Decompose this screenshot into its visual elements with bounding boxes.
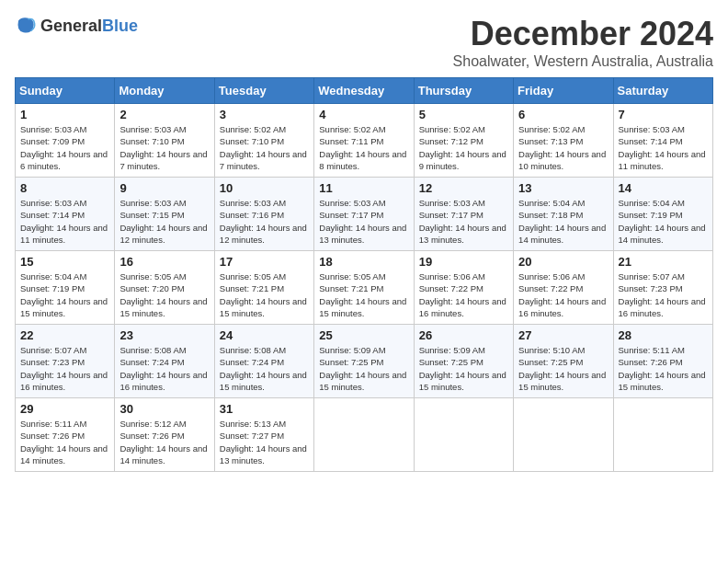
header-thursday: Thursday bbox=[414, 78, 513, 104]
day-number: 14 bbox=[619, 181, 708, 195]
calendar-cell: 2 Sunrise: 5:03 AMSunset: 7:10 PMDayligh… bbox=[115, 104, 214, 178]
day-info: Sunrise: 5:11 AMSunset: 7:26 PMDaylight:… bbox=[619, 344, 708, 393]
calendar-cell: 15 Sunrise: 5:04 AMSunset: 7:19 PMDaylig… bbox=[16, 251, 115, 325]
day-info: Sunrise: 5:05 AMSunset: 7:20 PMDaylight:… bbox=[119, 270, 209, 319]
calendar-cell: 10 Sunrise: 5:03 AMSunset: 7:16 PMDaylig… bbox=[214, 178, 313, 251]
logo-icon bbox=[15, 15, 37, 37]
calendar-cell: 8 Sunrise: 5:03 AMSunset: 7:14 PMDayligh… bbox=[16, 178, 115, 251]
calendar-cell: 21 Sunrise: 5:07 AMSunset: 7:23 PMDaylig… bbox=[613, 251, 712, 325]
calendar-cell: 13 Sunrise: 5:04 AMSunset: 7:18 PMDaylig… bbox=[514, 178, 613, 251]
calendar-cell: 11 Sunrise: 5:03 AMSunset: 7:17 PMDaylig… bbox=[314, 178, 414, 251]
logo-general: General bbox=[40, 17, 102, 35]
day-info: Sunrise: 5:11 AMSunset: 7:26 PMDaylight:… bbox=[20, 418, 109, 466]
title-block: December 2024 Shoalwater, Western Austra… bbox=[453, 15, 713, 70]
day-number: 11 bbox=[319, 181, 408, 195]
day-info: Sunrise: 5:09 AMSunset: 7:25 PMDaylight:… bbox=[419, 344, 508, 393]
day-info: Sunrise: 5:09 AMSunset: 7:25 PMDaylight:… bbox=[319, 344, 408, 393]
day-info: Sunrise: 5:04 AMSunset: 7:19 PMDaylight:… bbox=[20, 270, 109, 319]
day-info: Sunrise: 5:03 AMSunset: 7:17 PMDaylight:… bbox=[319, 197, 408, 246]
calendar-cell: 28 Sunrise: 5:11 AMSunset: 7:26 PMDaylig… bbox=[613, 325, 712, 398]
calendar-cell bbox=[514, 398, 613, 472]
month-title: December 2024 bbox=[453, 15, 713, 53]
calendar-cell: 30 Sunrise: 5:12 AMSunset: 7:26 PMDaylig… bbox=[115, 398, 214, 472]
day-info: Sunrise: 5:08 AMSunset: 7:24 PMDaylight:… bbox=[119, 344, 209, 393]
calendar-cell: 16 Sunrise: 5:05 AMSunset: 7:20 PMDaylig… bbox=[115, 251, 214, 325]
day-number: 28 bbox=[619, 328, 708, 342]
day-info: Sunrise: 5:12 AMSunset: 7:26 PMDaylight:… bbox=[119, 418, 209, 466]
header-saturday: Saturday bbox=[613, 78, 712, 104]
day-info: Sunrise: 5:02 AMSunset: 7:13 PMDaylight:… bbox=[518, 123, 608, 172]
day-info: Sunrise: 5:05 AMSunset: 7:21 PMDaylight:… bbox=[220, 270, 309, 319]
day-number: 19 bbox=[419, 255, 508, 269]
calendar-cell bbox=[613, 398, 712, 472]
day-number: 13 bbox=[518, 181, 608, 195]
day-number: 24 bbox=[220, 328, 309, 342]
header-sunday: Sunday bbox=[16, 78, 115, 104]
day-number: 15 bbox=[20, 255, 109, 269]
calendar-week-3: 15 Sunrise: 5:04 AMSunset: 7:19 PMDaylig… bbox=[16, 251, 713, 325]
day-number: 2 bbox=[119, 108, 209, 121]
calendar-cell: 31 Sunrise: 5:13 AMSunset: 7:27 PMDaylig… bbox=[214, 398, 313, 472]
day-info: Sunrise: 5:03 AMSunset: 7:14 PMDaylight:… bbox=[20, 197, 109, 246]
day-info: Sunrise: 5:03 AMSunset: 7:16 PMDaylight:… bbox=[220, 197, 309, 246]
day-info: Sunrise: 5:03 AMSunset: 7:15 PMDaylight:… bbox=[119, 197, 209, 246]
calendar-cell: 17 Sunrise: 5:05 AMSunset: 7:21 PMDaylig… bbox=[214, 251, 313, 325]
day-number: 17 bbox=[220, 255, 309, 269]
calendar-cell: 27 Sunrise: 5:10 AMSunset: 7:25 PMDaylig… bbox=[514, 325, 613, 398]
day-info: Sunrise: 5:06 AMSunset: 7:22 PMDaylight:… bbox=[419, 270, 508, 319]
calendar-cell: 4 Sunrise: 5:02 AMSunset: 7:11 PMDayligh… bbox=[314, 104, 414, 178]
day-info: Sunrise: 5:13 AMSunset: 7:27 PMDaylight:… bbox=[220, 418, 309, 466]
calendar-cell: 12 Sunrise: 5:03 AMSunset: 7:17 PMDaylig… bbox=[414, 178, 513, 251]
header-tuesday: Tuesday bbox=[214, 78, 313, 104]
day-number: 29 bbox=[20, 402, 109, 416]
day-number: 21 bbox=[619, 255, 708, 269]
day-number: 18 bbox=[319, 255, 408, 269]
calendar-cell bbox=[414, 398, 513, 472]
day-info: Sunrise: 5:03 AMSunset: 7:10 PMDaylight:… bbox=[119, 123, 209, 172]
calendar-cell: 19 Sunrise: 5:06 AMSunset: 7:22 PMDaylig… bbox=[414, 251, 513, 325]
calendar-header-row: SundayMondayTuesdayWednesdayThursdayFrid… bbox=[16, 78, 713, 104]
calendar-cell: 24 Sunrise: 5:08 AMSunset: 7:24 PMDaylig… bbox=[214, 325, 313, 398]
day-info: Sunrise: 5:07 AMSunset: 7:23 PMDaylight:… bbox=[20, 344, 109, 393]
calendar-cell: 5 Sunrise: 5:02 AMSunset: 7:12 PMDayligh… bbox=[414, 104, 513, 178]
day-info: Sunrise: 5:02 AMSunset: 7:11 PMDaylight:… bbox=[319, 123, 408, 172]
day-number: 12 bbox=[419, 181, 508, 195]
calendar-cell: 3 Sunrise: 5:02 AMSunset: 7:10 PMDayligh… bbox=[214, 104, 313, 178]
day-number: 10 bbox=[220, 181, 309, 195]
day-number: 27 bbox=[518, 328, 608, 342]
day-info: Sunrise: 5:03 AMSunset: 7:14 PMDaylight:… bbox=[619, 123, 708, 172]
header-wednesday: Wednesday bbox=[314, 78, 414, 104]
calendar-cell: 14 Sunrise: 5:04 AMSunset: 7:19 PMDaylig… bbox=[613, 178, 712, 251]
day-number: 26 bbox=[419, 328, 508, 342]
day-info: Sunrise: 5:07 AMSunset: 7:23 PMDaylight:… bbox=[619, 270, 708, 319]
calendar-cell: 9 Sunrise: 5:03 AMSunset: 7:15 PMDayligh… bbox=[115, 178, 214, 251]
day-info: Sunrise: 5:03 AMSunset: 7:09 PMDaylight:… bbox=[20, 123, 109, 172]
calendar-cell: 18 Sunrise: 5:05 AMSunset: 7:21 PMDaylig… bbox=[314, 251, 414, 325]
day-info: Sunrise: 5:04 AMSunset: 7:18 PMDaylight:… bbox=[518, 197, 608, 246]
day-number: 1 bbox=[20, 108, 109, 121]
calendar-cell: 1 Sunrise: 5:03 AMSunset: 7:09 PMDayligh… bbox=[16, 104, 115, 178]
day-info: Sunrise: 5:02 AMSunset: 7:10 PMDaylight:… bbox=[220, 123, 309, 172]
day-number: 25 bbox=[319, 328, 408, 342]
day-number: 20 bbox=[518, 255, 608, 269]
day-info: Sunrise: 5:05 AMSunset: 7:21 PMDaylight:… bbox=[319, 270, 408, 319]
day-info: Sunrise: 5:08 AMSunset: 7:24 PMDaylight:… bbox=[220, 344, 309, 393]
day-number: 3 bbox=[220, 108, 309, 121]
day-number: 22 bbox=[20, 328, 109, 342]
day-info: Sunrise: 5:02 AMSunset: 7:12 PMDaylight:… bbox=[419, 123, 508, 172]
calendar-cell: 25 Sunrise: 5:09 AMSunset: 7:25 PMDaylig… bbox=[314, 325, 414, 398]
day-number: 31 bbox=[220, 402, 309, 416]
calendar-cell: 20 Sunrise: 5:06 AMSunset: 7:22 PMDaylig… bbox=[514, 251, 613, 325]
calendar-cell: 6 Sunrise: 5:02 AMSunset: 7:13 PMDayligh… bbox=[514, 104, 613, 178]
day-number: 9 bbox=[119, 181, 209, 195]
day-number: 8 bbox=[20, 181, 109, 195]
day-number: 23 bbox=[119, 328, 209, 342]
page-header: GeneralBlue December 2024 Shoalwater, We… bbox=[15, 15, 713, 70]
day-number: 6 bbox=[518, 108, 608, 121]
day-info: Sunrise: 5:06 AMSunset: 7:22 PMDaylight:… bbox=[518, 270, 608, 319]
day-number: 5 bbox=[419, 108, 508, 121]
calendar-cell: 23 Sunrise: 5:08 AMSunset: 7:24 PMDaylig… bbox=[115, 325, 214, 398]
calendar-cell: 7 Sunrise: 5:03 AMSunset: 7:14 PMDayligh… bbox=[613, 104, 712, 178]
location-title: Shoalwater, Western Australia, Australia bbox=[453, 53, 713, 70]
day-number: 30 bbox=[119, 402, 209, 416]
